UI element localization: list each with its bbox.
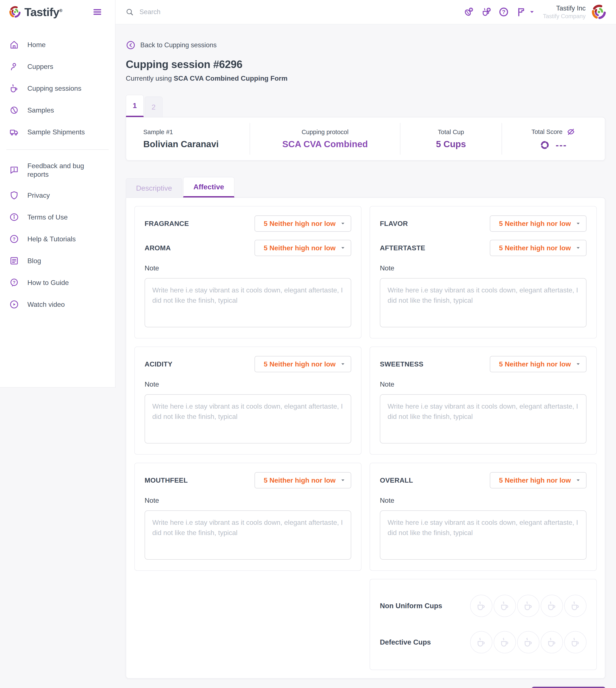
aftertaste-select-value: 5 Neither high nor low: [499, 244, 571, 252]
aftertaste-select[interactable]: 5 Neither high nor low: [490, 240, 587, 256]
sample-name: Bolivian Caranavi: [143, 139, 219, 149]
sidebar-item-label: Sample Shipments: [27, 128, 85, 136]
fragrance-select-value: 5 Neither high nor low: [264, 220, 336, 228]
non-uniform-cups-cup-2[interactable]: [494, 595, 516, 617]
cup-icon: [476, 600, 487, 611]
summary-protocol: Cupping protocol SCA CVA Combined: [249, 123, 400, 155]
sidebar-item-terms-of-use[interactable]: Terms of Use: [0, 206, 115, 228]
flavor-aftertaste-note-label: Note: [380, 264, 587, 272]
mouthfeel-select-value: 5 Neither high nor low: [264, 476, 336, 484]
sidebar-item-watch-video[interactable]: Watch video: [0, 294, 115, 315]
hamburger-menu-icon[interactable]: [92, 7, 102, 17]
sidebar-item-help-tutorials[interactable]: ?Help & Tutorials: [0, 228, 115, 250]
sidebar-item-label: Terms of Use: [27, 213, 68, 221]
mouthfeel-note-textarea[interactable]: [145, 511, 351, 560]
bean-icon: [9, 105, 19, 115]
acidity-select[interactable]: 5 Neither high nor low: [255, 356, 351, 372]
sidebar-item-home[interactable]: Home: [0, 34, 115, 56]
defective-cups-cup-4[interactable]: [541, 631, 563, 653]
non-uniform-cups-cup-3[interactable]: [517, 595, 540, 617]
sweetness-select[interactable]: 5 Neither high nor low: [490, 356, 587, 372]
overall-note-textarea[interactable]: [380, 511, 587, 560]
flag-icon: [516, 7, 527, 17]
sidebar-item-samples[interactable]: Samples: [0, 99, 115, 121]
acidity-note-label: Note: [145, 380, 351, 388]
fragrance-select[interactable]: 5 Neither high nor low: [255, 215, 351, 232]
company-avatar[interactable]: [590, 3, 608, 21]
non-uniform-cups-label: Non Uniform Cups: [380, 602, 442, 610]
overall-row: OVERALL 5 Neither high nor low: [380, 472, 587, 488]
sample-tab-2[interactable]: 2: [145, 96, 162, 117]
eye-off-icon[interactable]: [566, 127, 575, 136]
bean-plus-icon: [463, 7, 474, 17]
help-button[interactable]: ?: [498, 7, 509, 17]
sweetness-note-textarea[interactable]: [380, 394, 587, 444]
flavor-aftertaste-note-textarea[interactable]: [380, 278, 587, 327]
defective-cups-cup-3[interactable]: [517, 631, 540, 653]
protocol-name: SCA CVA Combined: [282, 139, 368, 149]
mouthfeel-row: MOUTHFEEL 5 Neither high nor low: [145, 472, 351, 488]
svg-text:?: ?: [13, 280, 16, 285]
defective-cups-cup-1[interactable]: [470, 631, 492, 653]
fragrance-aroma-note-textarea[interactable]: [145, 278, 351, 327]
attribute-panels-grid: FRAGRANCE 5 Neither high nor low AROMA 5…: [134, 206, 597, 670]
tab-affective[interactable]: Affective: [183, 177, 235, 197]
non-uniform-cups-cup-5[interactable]: [564, 595, 587, 617]
sidebar-item-label: Watch video: [27, 300, 65, 309]
sidebar-item-how-to-guide[interactable]: ?How to Guide: [0, 272, 115, 294]
tab-descriptive[interactable]: Descriptive: [126, 178, 182, 197]
total-score-value: ---: [556, 140, 567, 150]
caret-down-icon: [575, 245, 581, 251]
company-subtitle: Tastify Company: [543, 13, 586, 20]
company-switcher[interactable]: Tastify Inc Tastify Company: [543, 4, 586, 20]
sidebar-item-privacy[interactable]: Privacy: [0, 185, 115, 206]
defective-cups-circles: [470, 631, 587, 653]
language-flag-button[interactable]: [516, 7, 535, 17]
sidebar-item-feedback-and-bug-reports[interactable]: Feedback and bug reports: [0, 156, 115, 185]
brand-logo[interactable]: Tastify®: [8, 5, 62, 19]
cup-icon: [523, 600, 534, 611]
sidebar-item-cuppers[interactable]: Cuppers: [0, 56, 115, 78]
page-title: Cupping session #6296: [126, 58, 605, 71]
add-sample-button[interactable]: [463, 7, 474, 17]
cup-icon: [570, 637, 581, 648]
caret-down-icon: [575, 221, 581, 226]
sidebar-item-sample-shipments[interactable]: Sample Shipments: [0, 121, 115, 143]
sidebar-item-label: Blog: [27, 257, 41, 265]
caret-down-icon: [340, 361, 346, 367]
non-uniform-cups-cup-1[interactable]: [470, 595, 492, 617]
panel-mouthfeel: MOUTHFEEL 5 Neither high nor low Note: [134, 463, 361, 571]
page-content: Back to Cupping sessions Cupping session…: [115, 24, 616, 688]
overall-select[interactable]: 5 Neither high nor low: [490, 472, 587, 488]
non-uniform-cups-cup-4[interactable]: [541, 595, 563, 617]
mouthfeel-select[interactable]: 5 Neither high nor low: [255, 472, 351, 488]
sidebar-item-label: Feedback and bug reports: [27, 162, 98, 179]
defective-cups-cup-5[interactable]: [564, 631, 587, 653]
company-name: Tastify Inc: [543, 4, 586, 12]
review-submit-button[interactable]: Review & Submit: [532, 687, 605, 688]
sample-tab-1[interactable]: 1: [126, 95, 144, 117]
caret-down-icon: [575, 477, 581, 483]
flavor-row: FLAVOR 5 Neither high nor low: [380, 215, 587, 232]
sample-tabs: 1 2: [126, 95, 605, 117]
summary-sample: Sample #1 Bolivian Caranavi: [126, 123, 249, 155]
sidebar-item-blog[interactable]: Blog: [0, 250, 115, 272]
aroma-select[interactable]: 5 Neither high nor low: [255, 240, 351, 256]
acidity-note-textarea[interactable]: [145, 394, 351, 444]
aroma-row: AROMA 5 Neither high nor low: [145, 240, 351, 256]
user-icon: [9, 61, 19, 72]
panel-overall: OVERALL 5 Neither high nor low Note: [370, 463, 597, 571]
sidebar-item-cupping-sessions[interactable]: Cupping sessions: [0, 78, 115, 99]
defective-cups-cup-2[interactable]: [494, 631, 516, 653]
overall-label: OVERALL: [380, 476, 413, 484]
acidity-row: ACIDITY 5 Neither high nor low: [145, 356, 351, 372]
search-input[interactable]: [139, 8, 289, 16]
total-cup-label: Total Cup: [438, 129, 464, 136]
flavor-select[interactable]: 5 Neither high nor low: [490, 215, 587, 232]
back-link[interactable]: Back to Cupping sessions: [126, 40, 217, 50]
sample-label: Sample #1: [143, 129, 173, 136]
svg-text:?: ?: [13, 236, 16, 242]
add-cupping-session-button[interactable]: [481, 7, 491, 17]
sync-icon: [540, 140, 550, 150]
question-bubble-icon: ?: [9, 277, 19, 288]
